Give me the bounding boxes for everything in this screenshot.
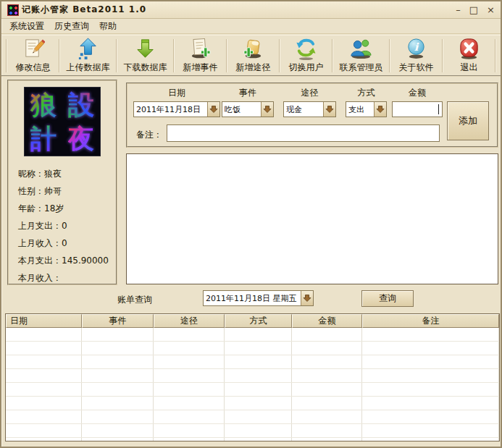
records-display-box[interactable] bbox=[126, 153, 498, 284]
toolbar-divider bbox=[495, 39, 496, 72]
records-table: 日期 事件 途径 方式 金额 备注 bbox=[5, 313, 500, 441]
dropdown-arrow-button[interactable] bbox=[261, 102, 273, 117]
date-combobox[interactable]: 2011年11月18日 bbox=[133, 101, 220, 117]
dropdown-arrow-button[interactable] bbox=[323, 102, 335, 117]
add-event-button[interactable]: 新增事件 bbox=[178, 35, 223, 75]
table-body bbox=[6, 328, 499, 441]
text-caret bbox=[438, 104, 439, 114]
event-value: 吃饭 bbox=[222, 104, 261, 115]
note-label: 备注： bbox=[136, 129, 162, 141]
amount-input[interactable] bbox=[393, 102, 442, 117]
menu-item-system-settings[interactable]: 系统设置 bbox=[4, 19, 49, 34]
header-channel[interactable]: 途径 bbox=[154, 314, 225, 328]
method-value: 支出 bbox=[346, 104, 374, 115]
event-column-label: 事件 bbox=[222, 87, 274, 99]
toolbar-divider bbox=[116, 39, 117, 72]
upload-database-icon bbox=[76, 37, 100, 61]
profile-lastmonth-expense: 上月支出：0 bbox=[18, 220, 116, 235]
header-amount[interactable]: 金额 bbox=[292, 314, 362, 328]
close-button[interactable]: × bbox=[487, 3, 495, 17]
edit-info-button[interactable]: 修改信息 bbox=[11, 35, 56, 75]
minimize-button[interactable]: – bbox=[456, 3, 461, 17]
menu-item-history-query[interactable]: 历史查询 bbox=[49, 19, 94, 34]
about-software-button[interactable]: i 关于软件 bbox=[394, 35, 439, 75]
profile-nickname: 昵称：狼夜 bbox=[18, 168, 116, 183]
toolbar-button-label: 退出 bbox=[461, 62, 478, 74]
toolbar-divider bbox=[279, 39, 280, 72]
header-note[interactable]: 备注 bbox=[362, 314, 499, 328]
profile-age: 年龄：18岁 bbox=[18, 203, 116, 218]
toolbar-divider bbox=[332, 39, 333, 72]
avatar-char: 夜 bbox=[68, 123, 94, 155]
add-channel-button[interactable]: 新增途径 bbox=[231, 35, 276, 75]
table-row bbox=[6, 383, 499, 397]
amount-column-label: 金额 bbox=[392, 87, 443, 99]
profile-thismonth-expense: 本月支出：145.90000 bbox=[18, 255, 116, 270]
title-bar: 记账小管家 Beta2011 1.0 – □ × bbox=[1, 1, 501, 19]
edit-icon bbox=[21, 37, 45, 61]
download-database-icon bbox=[133, 37, 157, 61]
toolbar-divider bbox=[389, 39, 390, 72]
menu-bar: 系统设置 历史查询 帮助 bbox=[1, 20, 501, 34]
avatar-char: 設 bbox=[68, 89, 94, 121]
download-database-button[interactable]: 下载数据库 bbox=[121, 35, 170, 75]
dropdown-arrow-button[interactable] bbox=[207, 102, 219, 117]
bill-query-label: 账单查询 bbox=[117, 294, 152, 306]
add-channel-icon bbox=[241, 37, 265, 61]
exit-button[interactable]: 退出 bbox=[447, 35, 492, 75]
amount-input-wrap bbox=[392, 101, 443, 117]
method-column-label: 方式 bbox=[346, 87, 387, 99]
about-icon: i bbox=[404, 37, 428, 61]
table-row bbox=[6, 342, 499, 355]
chevron-down-icon bbox=[303, 294, 311, 303]
method-combobox[interactable]: 支出 bbox=[346, 101, 387, 117]
toolbar-divider bbox=[173, 39, 175, 72]
avatar-char: 狼 bbox=[30, 89, 57, 121]
table-header-row: 日期 事件 途径 方式 金额 备注 bbox=[6, 314, 499, 328]
dropdown-arrow-button[interactable] bbox=[301, 291, 313, 305]
table-row bbox=[6, 369, 499, 383]
chevron-down-icon bbox=[376, 105, 385, 114]
chevron-down-icon bbox=[325, 105, 334, 114]
add-button[interactable]: 添加 bbox=[447, 101, 489, 140]
toolbar-button-label: 切换用户 bbox=[289, 62, 324, 74]
note-input[interactable] bbox=[167, 124, 440, 142]
date-value: 2011年11月18日 bbox=[134, 104, 207, 115]
toolbar-button-label: 关于软件 bbox=[399, 62, 434, 74]
table-row bbox=[6, 410, 499, 424]
channel-column-label: 途径 bbox=[283, 87, 336, 99]
toolbar-divider bbox=[6, 39, 7, 72]
table-row bbox=[6, 424, 499, 438]
upload-database-button[interactable]: 上传数据库 bbox=[64, 35, 113, 75]
profile-gender: 性别：帅哥 bbox=[18, 185, 116, 200]
date-column-label: 日期 bbox=[133, 87, 220, 99]
menu-item-help[interactable]: 帮助 bbox=[94, 19, 122, 34]
query-button[interactable]: 查询 bbox=[361, 290, 414, 307]
switch-user-button[interactable]: 切换用户 bbox=[284, 35, 329, 75]
query-date-value: 2011年11月18日 星期五 bbox=[204, 293, 301, 304]
chevron-down-icon bbox=[209, 105, 218, 114]
toolbar-button-label: 下载数据库 bbox=[124, 62, 167, 74]
channel-combobox[interactable]: 现金 bbox=[283, 101, 336, 117]
dropdown-arrow-button[interactable] bbox=[374, 102, 386, 117]
toolbar-button-label: 上传数据库 bbox=[67, 62, 110, 74]
avatar: 狼 設 計 夜 bbox=[24, 87, 101, 156]
avatar-char: 計 bbox=[30, 123, 57, 155]
contact-admin-icon bbox=[349, 37, 373, 61]
header-date[interactable]: 日期 bbox=[6, 314, 82, 328]
header-event[interactable]: 事件 bbox=[82, 314, 154, 328]
add-event-icon bbox=[188, 37, 212, 61]
app-window: 记账小管家 Beta2011 1.0 – □ × 系统设置 历史查询 帮助 bbox=[0, 0, 502, 448]
event-combobox[interactable]: 吃饭 bbox=[222, 101, 274, 117]
toolbar-button-label: 修改信息 bbox=[16, 62, 51, 74]
toolbar-divider bbox=[442, 39, 443, 72]
profile-thismonth-income: 本月收入： bbox=[18, 272, 116, 285]
toolbar-divider bbox=[226, 39, 227, 72]
query-date-combobox[interactable]: 2011年11月18日 星期五 bbox=[203, 290, 314, 306]
header-method[interactable]: 方式 bbox=[225, 314, 292, 328]
maximize-button[interactable]: □ bbox=[469, 3, 478, 17]
toolbar-divider bbox=[59, 39, 60, 72]
profile-panel: 狼 設 計 夜 昵称：狼夜 性别：帅哥 年龄：18岁 上月支出：0 上月收入：0… bbox=[7, 80, 117, 285]
table-row bbox=[6, 397, 499, 410]
contact-admin-button[interactable]: 联系管理员 bbox=[337, 35, 386, 75]
